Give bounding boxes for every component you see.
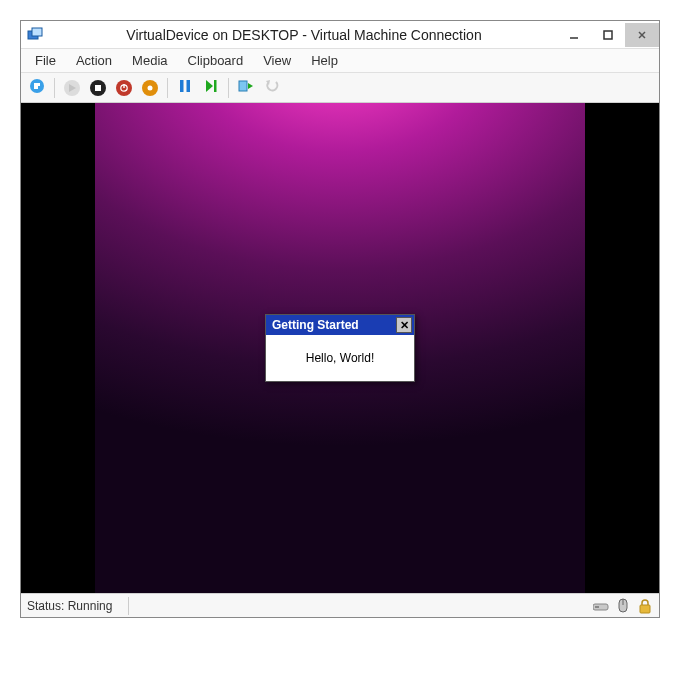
svg-rect-20 <box>595 606 599 608</box>
window-controls <box>557 23 659 47</box>
close-icon: ✕ <box>400 319 409 332</box>
menu-help[interactable]: Help <box>303 51 346 70</box>
menu-action[interactable]: Action <box>68 51 120 70</box>
app-window: VirtualDevice on DESKTOP - Virtual Machi… <box>20 20 660 618</box>
titlebar: VirtualDevice on DESKTOP - Virtual Machi… <box>21 21 659 49</box>
svg-rect-12 <box>180 80 184 92</box>
save-state-button[interactable] <box>138 76 162 100</box>
toolbar <box>21 73 659 103</box>
status-divider <box>128 597 129 615</box>
disk-icon <box>593 598 609 614</box>
svg-rect-1 <box>32 28 42 36</box>
guest-desktop[interactable]: Getting Started ✕ Hello, World! <box>95 103 585 593</box>
save-state-icon <box>142 80 158 96</box>
guest-dialog-close-button[interactable]: ✕ <box>396 317 412 333</box>
menu-media[interactable]: Media <box>124 51 175 70</box>
start-button[interactable] <box>60 76 84 100</box>
svg-rect-16 <box>239 81 247 91</box>
menu-file[interactable]: File <box>27 51 64 70</box>
status-text: Status: Running <box>27 599 122 613</box>
toolbar-separator <box>228 78 229 98</box>
ctrl-alt-del-button[interactable] <box>25 76 49 100</box>
pause-button[interactable] <box>173 76 197 100</box>
checkpoint-icon <box>238 78 254 97</box>
svg-marker-17 <box>248 83 253 89</box>
svg-rect-23 <box>640 605 650 613</box>
menu-view[interactable]: View <box>255 51 299 70</box>
svg-point-11 <box>148 85 153 90</box>
svg-marker-7 <box>69 84 76 92</box>
app-icon <box>27 27 43 43</box>
stop-icon <box>90 80 106 96</box>
revert-icon <box>265 79 279 96</box>
guest-dialog-title: Getting Started <box>272 318 396 332</box>
cad-icon <box>29 78 45 97</box>
window-title: VirtualDevice on DESKTOP - Virtual Machi… <box>51 27 557 43</box>
svg-rect-15 <box>214 80 217 92</box>
play-icon <box>204 79 218 96</box>
guest-dialog-body: Hello, World! <box>266 335 414 381</box>
status-icons <box>593 598 653 614</box>
start-icon <box>64 80 80 96</box>
shutdown-button[interactable] <box>112 76 136 100</box>
vm-display[interactable]: Getting Started ✕ Hello, World! <box>21 103 659 593</box>
revert-button[interactable] <box>260 76 284 100</box>
svg-rect-3 <box>604 31 612 39</box>
svg-rect-8 <box>95 85 101 91</box>
menu-clipboard[interactable]: Clipboard <box>180 51 252 70</box>
turn-off-button[interactable] <box>86 76 110 100</box>
maximize-button[interactable] <box>591 23 625 47</box>
pause-icon <box>179 79 191 96</box>
svg-marker-14 <box>206 80 213 92</box>
svg-rect-13 <box>187 80 191 92</box>
toolbar-separator <box>54 78 55 98</box>
toolbar-separator <box>167 78 168 98</box>
menubar: File Action Media Clipboard View Help <box>21 49 659 73</box>
checkpoint-button[interactable] <box>234 76 258 100</box>
guest-dialog-titlebar[interactable]: Getting Started ✕ <box>266 315 414 335</box>
reset-button[interactable] <box>199 76 223 100</box>
close-button[interactable] <box>625 23 659 47</box>
shutdown-icon <box>116 80 132 96</box>
statusbar: Status: Running <box>21 593 659 617</box>
minimize-button[interactable] <box>557 23 591 47</box>
mouse-icon <box>615 598 631 614</box>
guest-dialog: Getting Started ✕ Hello, World! <box>265 314 415 382</box>
lock-icon <box>637 598 653 614</box>
